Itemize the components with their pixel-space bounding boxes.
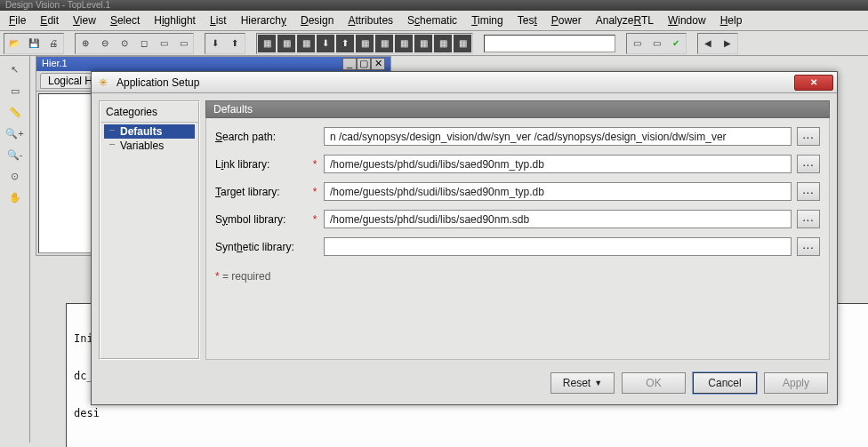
dialog-main: Defaults Search path: ... Link library: …	[205, 100, 830, 360]
hier-min-icon[interactable]: _	[342, 58, 357, 70]
menu-timing[interactable]: Timing	[466, 12, 509, 28]
save-icon[interactable]: 💾	[25, 35, 43, 52]
dark-f-icon[interactable]: ▦	[356, 35, 374, 52]
label-synthetic-library: Synthetic library:	[215, 241, 306, 253]
dark-j-icon[interactable]: ▦	[434, 35, 452, 52]
dark-k-icon[interactable]: ▦	[454, 35, 471, 52]
dark-e-icon[interactable]: ⬆	[336, 35, 354, 52]
required-note: * = required	[215, 270, 820, 283]
link-library-input[interactable]	[324, 155, 792, 173]
label-link-library: Link library:	[215, 158, 306, 171]
zoom-sel-icon[interactable]: ◻	[135, 35, 153, 52]
hier-title-bar[interactable]: Hier.1 _ ▢ ✕	[36, 57, 390, 71]
win-c-icon[interactable]: ✔	[667, 35, 685, 52]
zoomout-icon[interactable]: 🔍-	[5, 145, 25, 164]
browse-button[interactable]: ...	[797, 182, 820, 201]
categories-panel: Categories Defaults Variables	[99, 100, 200, 360]
required-marker: *	[311, 213, 318, 226]
win-a-icon[interactable]: ▭	[628, 35, 646, 52]
chevron-down-icon: ▼	[594, 379, 602, 387]
toolbar-combo[interactable]	[484, 35, 615, 52]
application-setup-dialog: ✳ Application Setup ✕ Categories Default…	[91, 71, 838, 405]
menu-help[interactable]: Help	[715, 12, 748, 28]
synthetic-library-input[interactable]	[324, 237, 792, 256]
menu-window[interactable]: Window	[663, 12, 711, 28]
category-defaults[interactable]: Defaults	[104, 124, 195, 139]
dark-c-icon[interactable]: ▦	[297, 35, 315, 52]
browse-button[interactable]: ...	[797, 237, 820, 256]
tool-palette: ↖ ▭ 📏 🔍+ 🔍- ⊙ ✋	[0, 56, 30, 443]
apply-button[interactable]: Apply	[764, 372, 828, 394]
dialog-body: Categories Defaults Variables Defaults S…	[92, 93, 837, 367]
menu-list[interactable]: List	[205, 12, 232, 28]
browse-button[interactable]: ...	[797, 127, 820, 146]
dark-h-icon[interactable]: ▦	[395, 35, 413, 52]
main-title: Design Vision - TopLevel.1	[5, 0, 110, 10]
hier-close-icon[interactable]: ✕	[371, 58, 385, 70]
fit-icon[interactable]: ⊙	[5, 166, 25, 186]
browse-button[interactable]: ...	[797, 210, 820, 228]
down-icon[interactable]: ⬇	[206, 35, 224, 52]
cancel-button[interactable]: Cancel	[693, 372, 757, 394]
menu-analyzertl[interactable]: AnalyzeRTL	[591, 12, 659, 28]
target-library-input[interactable]	[324, 182, 792, 201]
close-icon[interactable]: ✕	[794, 75, 833, 91]
dialog-title-bar[interactable]: ✳ Application Setup ✕	[92, 72, 837, 93]
label-search-path: Search path:	[215, 131, 306, 143]
dark-g-icon[interactable]: ▦	[375, 35, 393, 52]
pointer-icon[interactable]: ↖	[5, 60, 25, 79]
reset-button[interactable]: Reset ▼	[551, 372, 615, 394]
menu-test[interactable]: Test	[512, 12, 542, 28]
nav-fwd-icon[interactable]: ▶	[719, 35, 736, 52]
toolbar: 📂 💾 🖨 ⊕ ⊖ ⊙ ◻ ▭ ▭ ⬇ ⬆ ▦ ▦ ▦ ⬇ ⬆ ▦ ▦ ▦	[0, 31, 868, 56]
category-variables[interactable]: Variables	[104, 139, 195, 153]
pan-icon[interactable]: ✋	[5, 188, 25, 207]
hier-title: Hier.1	[42, 58, 68, 70]
up-icon[interactable]: ⬆	[226, 35, 244, 52]
dark-b-icon[interactable]: ▦	[277, 35, 295, 52]
label-symbol-library: Symbol library:	[215, 213, 306, 226]
menu-view[interactable]: View	[68, 12, 101, 28]
win-b-icon[interactable]: ▭	[647, 35, 665, 52]
row-search-path: Search path: ...	[215, 127, 820, 146]
ruler-icon[interactable]: 📏	[5, 102, 25, 122]
row-target-library: Target library: * ...	[215, 182, 820, 201]
dark-d-icon[interactable]: ⬇	[317, 35, 334, 52]
zoom-in-icon[interactable]: ⊕	[76, 35, 94, 52]
hier-max-icon[interactable]: ▢	[357, 58, 371, 70]
print-icon[interactable]: 🖨	[44, 35, 62, 52]
zoom-icon[interactable]: 🔍+	[5, 124, 25, 143]
menu-hierarchy[interactable]: Hierarchy	[236, 12, 292, 28]
dark-i-icon[interactable]: ▦	[414, 35, 432, 52]
menu-bar: File Edit View Select Highlight List Hie…	[0, 11, 868, 31]
menu-schematic[interactable]: Schematic	[402, 12, 462, 28]
menu-select[interactable]: Select	[105, 12, 145, 28]
zoom-fit-icon[interactable]: ⊙	[116, 35, 133, 52]
nav-back-icon[interactable]: ◀	[699, 35, 717, 52]
select-icon[interactable]: ▭	[5, 81, 25, 100]
section-body: Search path: ... Link library: * ... Tar…	[205, 118, 830, 360]
symbol-library-input[interactable]	[324, 210, 792, 228]
menu-highlight[interactable]: Highlight	[149, 12, 201, 28]
section-header: Defaults	[205, 100, 830, 118]
search-path-input[interactable]	[324, 127, 792, 146]
browse-button[interactable]: ...	[797, 155, 820, 173]
ok-button[interactable]: OK	[622, 372, 686, 394]
log-line: desi	[74, 407, 868, 419]
zoom-out-icon[interactable]: ⊖	[96, 35, 114, 52]
menu-file[interactable]: File	[4, 12, 31, 28]
categories-list: Defaults Variables	[100, 123, 198, 155]
menu-attributes[interactable]: Attributes	[342, 12, 398, 28]
dialog-footer: Reset ▼ OK Cancel Apply	[92, 367, 837, 401]
warning-icon: ✳	[99, 76, 111, 89]
categories-header: Categories	[100, 102, 198, 123]
required-marker: *	[311, 158, 318, 171]
dark-a-icon[interactable]: ▦	[258, 35, 276, 52]
menu-edit[interactable]: Edit	[35, 12, 64, 28]
menu-design[interactable]: Design	[295, 12, 339, 28]
tool-b-icon[interactable]: ▭	[174, 35, 192, 52]
menu-power[interactable]: Power	[546, 12, 587, 28]
row-symbol-library: Symbol library: * ...	[215, 210, 820, 228]
tool-a-icon[interactable]: ▭	[155, 35, 173, 52]
open-icon[interactable]: 📂	[5, 35, 23, 52]
